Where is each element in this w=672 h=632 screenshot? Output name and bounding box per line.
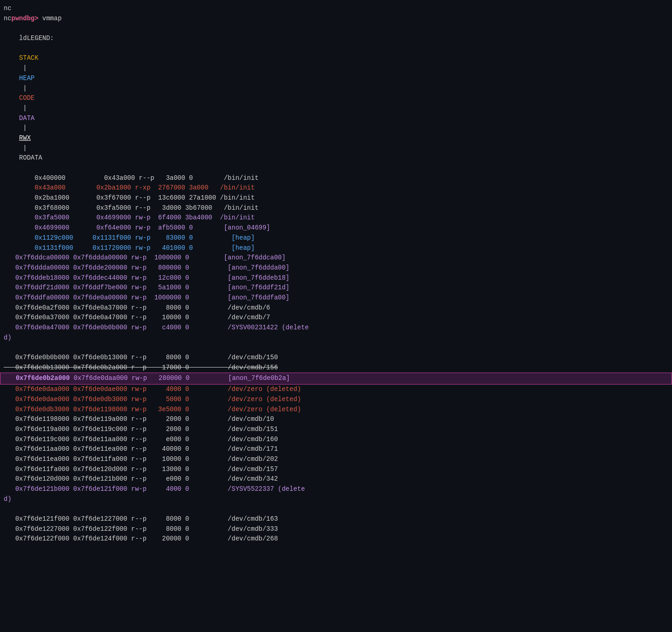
vmmap-row-7: 0x1131f000 0x11720000 rw-p 401000 0 [hea…: [0, 243, 672, 253]
vmmap-row-19: 0x7f6de0dae000 0x7f6de0db3000 rw-p 5000 …: [0, 395, 672, 405]
vmmap-row-11: 0x7f6ddf21d000 0x7f6ddf7be000 rw-p 5a100…: [0, 283, 672, 293]
vmmap-row-0: 0x400000 0x43a000 r--p 3a000 0 /bin/init: [0, 173, 672, 184]
prompt-line: ncpwndbg> vmmap: [0, 14, 672, 24]
vmmap-row-17-highlight: 0x7f6de0b2a000 0x7f6de0daa000 rw-p 28000…: [0, 373, 672, 385]
legend-stack: STACK: [19, 54, 39, 62]
vmmap-row-16: 0x7f6de0b13000 0x7f6de0b2a000 r--p 17000…: [0, 363, 672, 373]
vmmap-row-12: 0x7f6ddfa00000 0x7f6de0a00000 rw-p 10000…: [0, 293, 672, 303]
vmmap-row-10: 0x7f6ddeb18000 0x7f6ddec44000 rw-p 12c00…: [0, 273, 672, 283]
vmmap-row-1: 0x43a000 0x2ba1000 r-xp 2767000 3a000 /b…: [0, 183, 672, 193]
vmmap-row-sysv2: 0x7f6de121b000 0x7f6de121f000 rw-p 4000 …: [0, 484, 672, 494]
vmmap-row-23: 0x7f6de119c000 0x7f6de11aa000 r--p e000 …: [0, 435, 672, 445]
command-text: vmmap: [39, 15, 62, 22]
prompt-label: pwndbg>: [11, 15, 39, 22]
legend-line: ldLEGEND: STACK | HEAP | CODE | DATA | R…: [0, 23, 672, 173]
vmmap-row-8: 0x7f6ddca00000 0x7f6ddda00000 rw-p 10000…: [0, 253, 672, 263]
legend-rodata: RODATA: [19, 154, 42, 161]
vmmap-row-2: 0x2ba1000 0x3f67000 r--p 13c6000 27a1000…: [0, 193, 672, 203]
vmmap-row-27: 0x7f6de120d000 0x7f6de121b000 r--p e000 …: [0, 474, 672, 484]
header-line: nc: [0, 4, 672, 14]
vmmap-row-29: 0x7f6de1227000 0x7f6de122f000 r--p 8000 …: [0, 524, 672, 534]
vmmap-row-30: 0x7f6de122f000 0x7f6de124f000 r--p 20000…: [0, 534, 672, 544]
terminal: nc ncpwndbg> vmmap ldLEGEND: STACK | HEA…: [0, 0, 672, 632]
vmmap-row-sysv1-cont: d): [0, 333, 672, 343]
vmmap-row-sysv1: 0x7f6de0a47000 0x7f6de0b0b000 rw-p c4000…: [0, 323, 672, 333]
vmmap-row-13: 0x7f6de0a2f000 0x7f6de0a37000 r--p 8000 …: [0, 303, 672, 313]
vmmap-row-5: 0x4699000 0xf64e000 rw-p afb5000 0 [anon…: [0, 223, 672, 233]
vmmap-row-6: 0x1129c000 0x1131f000 rw-p 83000 0 [heap…: [0, 233, 672, 243]
vmmap-row-14: 0x7f6de0a37000 0x7f6de0a47000 r--p 10000…: [0, 313, 672, 323]
vmmap-row-9: 0x7f6ddda00000 0x7f6dde200000 rw-p 80000…: [0, 263, 672, 273]
vmmap-row-18: 0x7f6de0daa000 0x7f6de0dae000 rw-p 4000 …: [0, 385, 672, 395]
legend-data: DATA: [19, 115, 35, 122]
blank-2: [0, 504, 672, 514]
vmmap-row-4: 0x3fa5000 0x4699000 rw-p 6f4000 3ba4000 …: [0, 213, 672, 223]
vmmap-row-21: 0x7f6de1198000 0x7f6de119a000 r--p 2000 …: [0, 414, 672, 425]
blank-1: [0, 343, 672, 353]
legend-rwx: RWX: [19, 134, 31, 142]
vmmap-row-3: 0x3f68000 0x3fa5000 r--p 3d000 3b67000 /…: [0, 203, 672, 213]
legend-heap: HEAP: [19, 75, 35, 82]
vmmap-row-sysv2-cont: d): [0, 494, 672, 505]
vmmap-row-15: 0x7f6de0b0b000 0x7f6de0b13000 r--p 8000 …: [0, 353, 672, 363]
legend-code: CODE: [19, 94, 35, 102]
vmmap-row-22: 0x7f6de119a000 0x7f6de119c000 r--p 2000 …: [0, 425, 672, 435]
vmmap-row-25: 0x7f6de11ea000 0x7f6de11fa000 r--p 10000…: [0, 454, 672, 465]
vmmap-row-28: 0x7f6de121f000 0x7f6de1227000 r--p 8000 …: [0, 514, 672, 524]
vmmap-row-20: 0x7f6de0db3000 0x7f6de1198000 rw-p 3e500…: [0, 405, 672, 415]
legend-label: LEGEND:: [27, 34, 54, 42]
vmmap-row-26: 0x7f6de11fa000 0x7f6de120d000 r--p 13000…: [0, 465, 672, 475]
vmmap-row-24: 0x7f6de11aa000 0x7f6de11ea000 r--p 40000…: [0, 444, 672, 454]
